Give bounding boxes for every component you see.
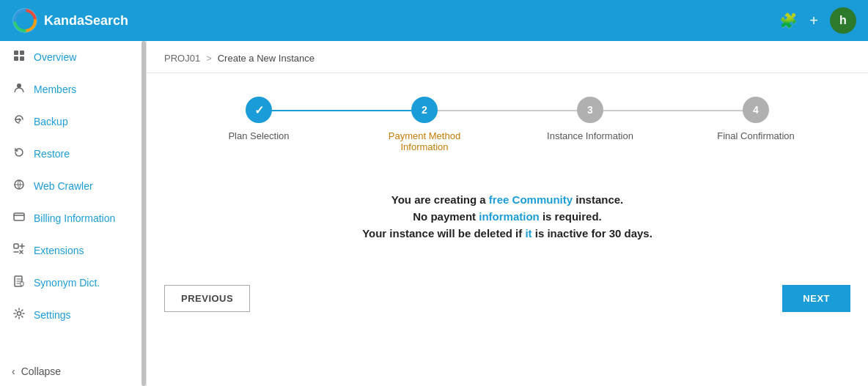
info-line1-highlight: free Community xyxy=(489,193,573,206)
info-line-2: No payment information is required. xyxy=(176,210,839,223)
backup-icon xyxy=(12,114,26,129)
sidebar-label-webcrawler: Web Crawler xyxy=(34,180,93,192)
settings-icon xyxy=(12,308,26,322)
sidebar-label-settings: Settings xyxy=(34,309,71,321)
step-label-2: Payment Method Information xyxy=(380,130,468,152)
sidebar-label-extensions: Extensions xyxy=(34,245,84,256)
step-label-4: Final Confirmation xyxy=(717,130,795,141)
info-area: You are creating a free Community instan… xyxy=(147,170,868,267)
svg-rect-4 xyxy=(20,56,24,61)
step-label-3: Instance Information xyxy=(547,130,633,141)
breadcrumb-current: Create a New Instance xyxy=(218,53,315,64)
extensions-icon xyxy=(12,243,26,258)
members-icon xyxy=(12,82,26,97)
sidebar-item-synonym-dict[interactable]: Synonym Dict. xyxy=(0,267,146,299)
billing-icon xyxy=(12,211,26,226)
previous-button[interactable]: PREVIOUS xyxy=(164,285,250,312)
next-button[interactable]: NEXT xyxy=(782,285,850,312)
svg-point-5 xyxy=(17,83,21,88)
breadcrumb-separator: > xyxy=(206,53,212,64)
logo-text: KandaSearch xyxy=(44,13,128,29)
webcrawler-icon xyxy=(12,179,26,193)
sidebar-item-billing[interactable]: Billing Information xyxy=(0,202,146,234)
sidebar-item-backup[interactable]: Backup xyxy=(0,105,146,138)
svg-rect-2 xyxy=(20,51,24,55)
step-circle-1 xyxy=(246,97,272,123)
sidebar-item-restore[interactable]: Restore xyxy=(0,138,146,170)
svg-rect-8 xyxy=(14,244,18,248)
info-line-1: You are creating a free Community instan… xyxy=(176,193,839,206)
sidebar-scrollbar xyxy=(141,41,146,386)
info-line1-prefix: You are creating a xyxy=(391,193,489,206)
sidebar-label-overview: Overview xyxy=(34,51,76,63)
overview-icon xyxy=(12,50,26,64)
sidebar-label-backup: Backup xyxy=(34,116,68,127)
step-label-1: Plan Selection xyxy=(228,130,289,141)
sidebar-item-extensions[interactable]: Extensions xyxy=(0,234,146,267)
content-area: PROJ01 > Create a New Instance Plan Sele… xyxy=(147,41,868,386)
navbar-left: KandaSearch xyxy=(12,7,128,34)
button-row: PREVIOUS NEXT xyxy=(147,273,868,324)
synonym-dict-icon xyxy=(12,275,26,290)
svg-rect-10 xyxy=(21,282,23,286)
restore-icon xyxy=(12,146,26,161)
sidebar: Overview Members Backup Restore Web Craw xyxy=(0,41,147,386)
step-plan-selection: Plan Selection xyxy=(176,97,342,141)
breadcrumb: PROJ01 > Create a New Instance xyxy=(147,41,868,73)
sidebar-label-members: Members xyxy=(34,83,76,95)
svg-rect-7 xyxy=(14,213,24,220)
step-final-confirmation: 4 Final Confirmation xyxy=(673,97,839,141)
checkmark-icon xyxy=(254,103,264,117)
sidebar-label-restore: Restore xyxy=(34,148,70,160)
info-line1-suffix: instance. xyxy=(573,193,623,206)
step-circle-2: 2 xyxy=(411,97,438,123)
collapse-label: Collapse xyxy=(21,365,61,377)
sidebar-item-webcrawler[interactable]: Web Crawler xyxy=(0,170,146,202)
step-circle-3: 3 xyxy=(577,97,603,123)
breadcrumb-link[interactable]: PROJ01 xyxy=(164,53,200,64)
sidebar-label-synonym-dict: Synonym Dict. xyxy=(34,277,100,289)
info-line-3: Your instance will be deleted if it is i… xyxy=(176,227,839,240)
sidebar-item-overview[interactable]: Overview xyxy=(0,41,146,73)
avatar[interactable]: h xyxy=(830,7,856,34)
navbar: KandaSearch 🧩 + h xyxy=(0,0,868,41)
info-line3-prefix: Your instance will be deleted if xyxy=(362,227,525,240)
svg-rect-3 xyxy=(14,56,18,61)
sidebar-label-billing: Billing Information xyxy=(34,212,115,224)
stepper: Plan Selection 2 Payment Method Informat… xyxy=(147,73,868,170)
sidebar-item-members[interactable]: Members xyxy=(0,73,146,105)
info-line2-prefix: No payment xyxy=(413,210,479,223)
info-line2-suffix: is required. xyxy=(540,210,602,223)
logo-icon xyxy=(12,7,38,34)
info-line2-highlight: information xyxy=(479,210,540,223)
step-circle-4: 4 xyxy=(743,97,769,123)
sidebar-item-settings[interactable]: Settings xyxy=(0,299,146,331)
puzzle-icon[interactable]: 🧩 xyxy=(779,12,798,29)
svg-rect-1 xyxy=(14,51,18,55)
svg-point-11 xyxy=(18,312,21,316)
collapse-chevron-icon: ‹ xyxy=(12,365,15,377)
info-line3-highlight: it xyxy=(525,227,532,240)
main-layout: Overview Members Backup Restore Web Craw xyxy=(0,41,868,386)
step-payment-method: 2 Payment Method Information xyxy=(342,97,507,152)
sidebar-collapse-button[interactable]: ‹ Collapse xyxy=(0,357,146,386)
info-line3-suffix: is inactive for 30 days. xyxy=(532,227,652,240)
step-instance-info: 3 Instance Information xyxy=(507,97,673,141)
navbar-right: 🧩 + h xyxy=(779,7,856,34)
plus-icon[interactable]: + xyxy=(809,12,818,29)
